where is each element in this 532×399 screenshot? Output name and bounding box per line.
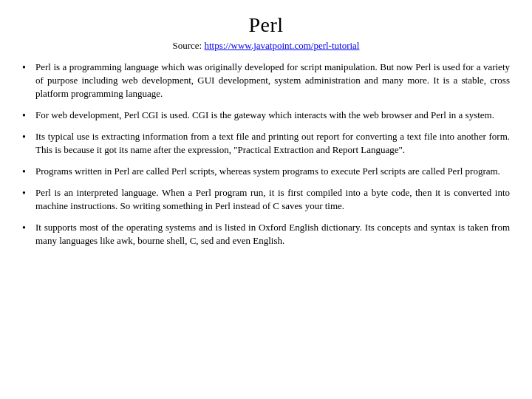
bullet-text: Perl is an interpreted language. When a … (35, 186, 510, 213)
list-item: •Perl is an interpreted language. When a… (22, 186, 510, 213)
page-title: Perl (22, 13, 510, 37)
bullet-list: •Perl is a programming language which wa… (22, 61, 510, 248)
list-item: •Perl is a programming language which wa… (22, 61, 510, 101)
bullet-dot: • (22, 186, 35, 201)
bullet-text: For web development, Perl CGI is used. C… (35, 109, 510, 122)
list-item: •Programs written in Perl are called Per… (22, 165, 510, 180)
bullet-dot: • (22, 221, 35, 236)
bullet-dot: • (22, 109, 35, 123)
bullet-dot: • (22, 165, 35, 180)
source-line: Source: https://www.javatpoint.com/perl-… (22, 40, 510, 52)
bullet-dot: • (22, 130, 35, 145)
bullet-text: It supports most of the operating system… (35, 221, 510, 248)
source-link[interactable]: https://www.javatpoint.com/perl-tutorial (204, 40, 359, 51)
page-container: Perl Source: https://www.javatpoint.com/… (0, 0, 532, 399)
list-item: •For web development, Perl CGI is used. … (22, 109, 510, 123)
list-item: •Its typical use is extracting informati… (22, 130, 510, 157)
bullet-text: Its typical use is extracting informatio… (35, 130, 510, 157)
bullet-text: Perl is a programming language which was… (35, 61, 510, 101)
bullet-dot: • (22, 61, 35, 75)
list-item: •It supports most of the operating syste… (22, 221, 510, 248)
bullet-text: Programs written in Perl are called Perl… (35, 165, 510, 178)
source-label: Source: (173, 40, 205, 51)
